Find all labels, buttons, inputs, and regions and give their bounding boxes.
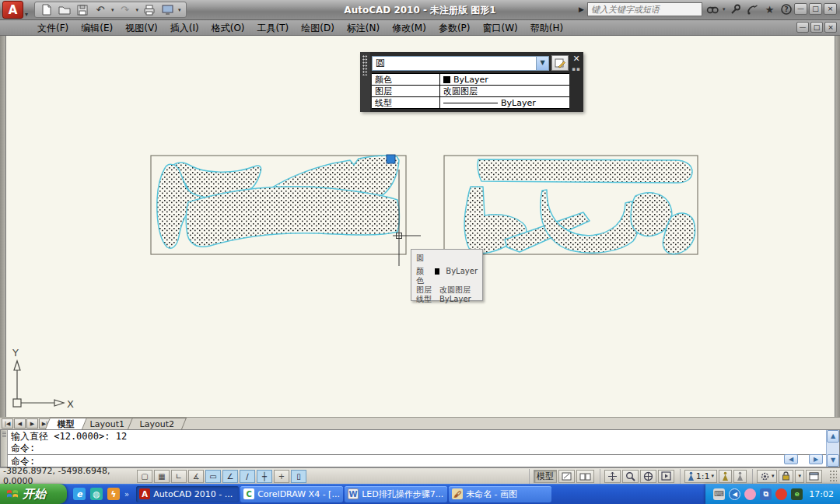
toggle-ortho[interactable]: ∟ [171, 470, 187, 483]
help-icon[interactable]: ? [779, 3, 793, 16]
qp-layer-value[interactable]: 改圆图层 [440, 86, 569, 96]
drawing-area[interactable]: Y X 圆 ▼ 颜色 ByLayer 图层 改圆图层 [0, 36, 840, 417]
entity-type-combo[interactable]: 圆 ▼ [372, 56, 549, 71]
toggle-polar[interactable]: ∡ [188, 470, 204, 483]
toggle-infer-constraints[interactable]: ▢ [137, 470, 152, 483]
menu-view[interactable]: 视图(V) [119, 20, 164, 36]
language-bar-icon[interactable]: ⌨ [713, 488, 725, 500]
quick-launch-overflow-icon[interactable]: » [124, 490, 129, 499]
qp-linetype-value[interactable]: ByLayer [440, 97, 569, 108]
qp-color-value[interactable]: ByLayer [440, 74, 569, 85]
menu-window[interactable]: 窗口(W) [477, 20, 524, 36]
tab-layout2[interactable]: Layout2 [128, 418, 187, 429]
task-coreldraw[interactable]: C CorelDRAW X4 - [... [240, 486, 343, 502]
network-icon[interactable]: ⧉ [760, 488, 772, 500]
qp-row-layer[interactable]: 图层 改圆图层 [372, 86, 569, 97]
flash-icon[interactable]: ϟ [107, 488, 120, 500]
status-menu-caret-icon[interactable]: ▾ [795, 470, 804, 483]
tray-collapse-icon[interactable]: ◀ [729, 488, 740, 500]
command-scrollbar[interactable]: ▲ ▼ [826, 430, 839, 467]
menu-parametric[interactable]: 参数(P) [432, 20, 477, 36]
windows-taskbar: 开始 e ◍ ϟ » A AutoCAD 2010 - ... C CorelD… [0, 484, 840, 504]
doc-minimize-button[interactable]: — [796, 22, 809, 33]
tab-model[interactable]: 模型 [45, 418, 87, 429]
qq-pink-icon[interactable] [744, 488, 756, 500]
subscription-wrench-icon[interactable] [728, 3, 742, 16]
menu-file[interactable]: 文件(F) [31, 20, 75, 36]
qq-red-icon[interactable] [775, 488, 787, 500]
showmotion-icon[interactable] [658, 470, 674, 483]
scroll-right-icon[interactable]: ▶ [809, 454, 823, 464]
doc-close-button[interactable]: × [824, 22, 837, 33]
qp-row-linetype[interactable]: 线型 ByLayer [372, 97, 569, 109]
communication-center-icon[interactable] [745, 3, 759, 16]
menu-edit[interactable]: 编辑(E) [75, 20, 119, 36]
annotation-scale-button[interactable]: 1:1▾ [684, 470, 717, 483]
ie-icon[interactable]: e [73, 488, 86, 500]
quick-view-layouts-icon[interactable] [558, 470, 575, 483]
command-window[interactable]: 输入直径 <12.0000>: 12 命令: 命令: ▲ ▼ [0, 429, 840, 467]
start-button[interactable]: 开始 [0, 484, 67, 504]
toggle-grid[interactable]: ▦ [154, 470, 170, 483]
qp-row-color[interactable]: 颜色 ByLayer [372, 74, 569, 86]
svg-text:?: ? [785, 5, 789, 13]
task-autocad[interactable]: A AutoCAD 2010 - ... [136, 486, 239, 502]
thunder-icon[interactable]: e [791, 488, 803, 500]
palette-options-icon[interactable]: ▪▪ [572, 66, 581, 72]
toggle-3dosnap[interactable]: ∠ [222, 470, 238, 483]
right-nesting-rectangle[interactable] [444, 156, 698, 254]
scroll-up-icon[interactable]: ▲ [827, 430, 839, 443]
toggle-dynamic-ucs[interactable]: ┼ [257, 470, 272, 483]
palette-close-icon[interactable]: ✕ [572, 54, 579, 63]
annotation-visibility-icon[interactable] [719, 470, 732, 483]
toggle-osnap[interactable]: ▭ [205, 470, 221, 483]
toggle-lineweight[interactable]: ▯ [291, 470, 306, 483]
left-nesting-rectangle[interactable] [151, 156, 406, 254]
pan-icon[interactable] [604, 470, 621, 483]
search-options-caret-icon[interactable]: ▾ [723, 6, 726, 12]
scroll-down-icon[interactable]: ▼ [827, 454, 839, 467]
palette-grip-handle[interactable] [360, 52, 370, 112]
menu-dimension[interactable]: 标注(N) [341, 20, 386, 36]
close-button[interactable]: × [824, 3, 837, 15]
task-paint[interactable]: 🖌 未命名 - 画图 [449, 486, 551, 502]
menu-help[interactable]: 帮助(H) [524, 20, 569, 36]
infocenter-expand-icon[interactable]: ▶ [579, 5, 584, 13]
toolbar-lock-icon[interactable] [779, 470, 793, 483]
task-document[interactable]: W LED排孔操作步骤7... [345, 486, 447, 502]
qp-color-label: 颜色 [372, 74, 440, 85]
tab-next-icon[interactable]: ▶ [26, 418, 38, 429]
command-hscrollbar[interactable]: ◀ ▶ [784, 454, 823, 464]
steering-wheel-icon[interactable] [640, 470, 656, 483]
favorites-star-icon[interactable]: ★ [762, 3, 776, 16]
toggle-dynamic-input[interactable]: + [274, 470, 289, 483]
search-binoculars-icon[interactable] [705, 3, 719, 16]
menu-format[interactable]: 格式(O) [205, 20, 251, 36]
scroll-left-icon[interactable]: ◀ [784, 454, 798, 464]
annotation-tools: 1:1▾ [680, 469, 751, 484]
command-window-grip[interactable] [1, 430, 8, 467]
combo-dropdown-icon[interactable]: ▼ [536, 57, 548, 70]
menu-insert[interactable]: 插入(I) [164, 20, 205, 36]
annotation-autoscale-icon[interactable] [733, 470, 747, 483]
selection-grip[interactable] [387, 155, 395, 163]
model-space-button[interactable]: 模型 [534, 470, 557, 483]
menu-modify[interactable]: 修改(M) [386, 20, 432, 36]
minimize-button[interactable]: — [794, 3, 807, 15]
clean-screen-icon[interactable] [806, 470, 822, 483]
menu-tools[interactable]: 工具(T) [251, 20, 296, 36]
qp-customize-button[interactable] [551, 55, 569, 71]
toggle-otrack[interactable]: ∕ [240, 470, 255, 483]
doc-restore-button[interactable]: □ [810, 22, 823, 33]
statusbar-resize-grip[interactable] [829, 470, 837, 483]
workspace-gear-icon[interactable]: ▾ [757, 470, 778, 483]
browser-globe-icon[interactable]: ◍ [90, 488, 103, 500]
title-bar: A ▾ ↶ ▾ ↷ ▾ ▾ AutoCAD 2010 - 未注册版 图形1 ▶ … [0, 0, 840, 20]
tab-first-icon[interactable]: |◀ [2, 418, 13, 429]
menu-draw[interactable]: 绘图(D) [295, 20, 341, 36]
quick-view-drawings-icon[interactable] [576, 470, 594, 483]
restore-button[interactable]: □ [809, 3, 822, 15]
tab-prev-icon[interactable]: ◀ [14, 418, 26, 429]
zoom-icon[interactable] [622, 470, 639, 483]
search-input[interactable] [587, 2, 702, 16]
